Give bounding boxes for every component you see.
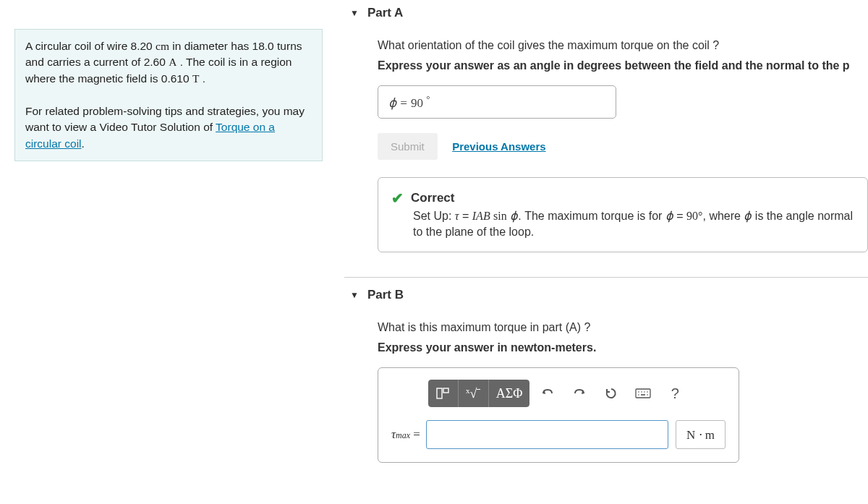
part-b-title: Part B <box>367 288 404 302</box>
equation-toolbar: x√ ΑΣΦ <box>428 380 689 407</box>
redo-icon[interactable] <box>566 380 593 407</box>
answer-prefix: ϕ = <box>388 96 411 110</box>
part-b-instruction: Express your answer in newton-meters. <box>378 341 868 354</box>
part-b-header[interactable]: ▼ Part B <box>344 282 868 308</box>
part-a-header[interactable]: ▼ Part A <box>344 0 868 26</box>
feedback-box: ✔ Correct Set Up: τ = IAB sin ϕ. The max… <box>378 177 868 253</box>
undo-icon[interactable] <box>534 380 561 407</box>
svg-rect-2 <box>636 389 650 398</box>
problem-statement: A circular coil of wire 8.20 cm in diame… <box>14 29 323 161</box>
answer-input[interactable] <box>426 420 668 449</box>
related-suffix: . <box>82 137 85 150</box>
help-button[interactable]: ? <box>661 380 689 407</box>
svg-rect-1 <box>443 388 448 393</box>
variable-label: τmax = <box>391 427 420 442</box>
reset-icon[interactable] <box>597 380 625 407</box>
radical-fraction-icon[interactable]: x√ <box>459 380 489 407</box>
caret-down-icon: ▼ <box>350 8 359 18</box>
part-b-question: What is this maximum torque in part (A) … <box>378 321 868 334</box>
problem-text: A circular coil of wire 8.20 cm in diame… <box>25 40 302 85</box>
previous-answers-link[interactable]: Previous Answers <box>452 140 546 153</box>
feedback-body: Set Up: τ = IAB sin ϕ. The maximum torqu… <box>413 207 854 241</box>
svg-point-6 <box>647 392 649 393</box>
answer-input-panel: x√ ΑΣΦ <box>378 367 739 463</box>
svg-point-7 <box>639 395 640 396</box>
svg-point-4 <box>642 392 643 393</box>
svg-point-5 <box>644 392 646 393</box>
part-a-question: What orientation of the coil gives the m… <box>378 39 868 52</box>
greek-letters-button[interactable]: ΑΣΦ <box>489 380 530 407</box>
submit-button[interactable]: Submit <box>378 133 438 160</box>
part-a-answer-display: ϕ = 90 ° <box>378 85 616 119</box>
templates-icon[interactable] <box>428 380 459 407</box>
caret-down-icon: ▼ <box>350 290 359 300</box>
svg-rect-8 <box>641 395 645 396</box>
svg-point-9 <box>647 395 649 396</box>
keyboard-icon[interactable] <box>629 380 657 407</box>
part-a-title: Part A <box>367 6 403 20</box>
svg-point-3 <box>639 392 640 393</box>
part-a-instruction: Express your answer as an angle in degre… <box>378 59 868 72</box>
check-icon: ✔ <box>391 189 404 207</box>
feedback-title: Correct <box>411 191 454 205</box>
answer-unit: ° <box>426 93 430 104</box>
unit-label: N ⋅ m <box>676 420 726 449</box>
svg-rect-0 <box>437 388 442 398</box>
answer-value: 90 <box>411 96 423 110</box>
